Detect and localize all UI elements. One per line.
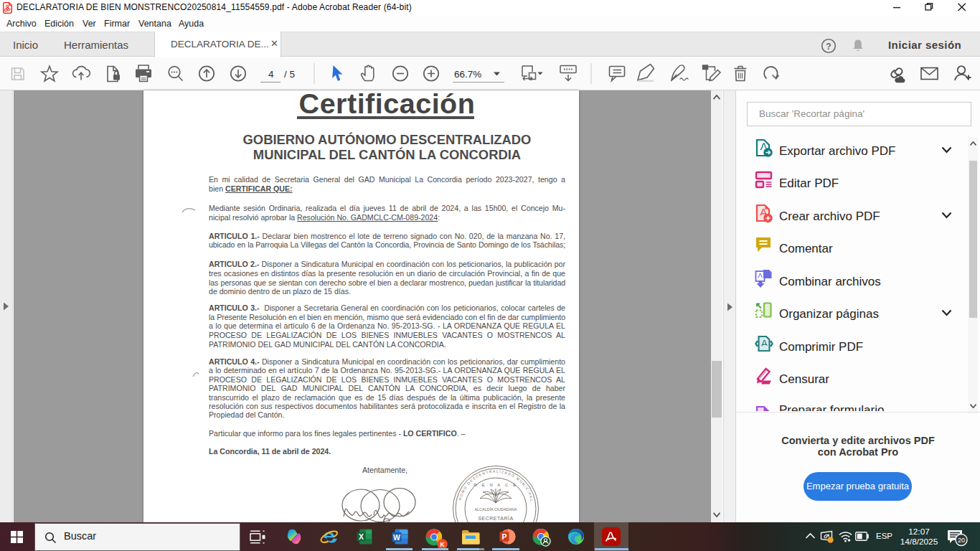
svg-text:W: W	[393, 533, 400, 542]
svg-text:P: P	[501, 532, 507, 541]
svg-text:/ 5: / 5	[284, 69, 295, 80]
svg-text:R E N A C E: R E N A C E	[473, 483, 517, 487]
svg-text:SECRETARÍA: SECRETARÍA	[478, 515, 513, 521]
svg-text:X: X	[359, 532, 364, 541]
svg-text:20: 20	[958, 537, 965, 544]
svg-text:ALCALDÍA CIUDADANA: ALCALDÍA CIUDADANA	[474, 507, 517, 512]
svg-text:66.7%: 66.7%	[454, 69, 481, 80]
svg-text:?: ?	[826, 42, 831, 52]
svg-text:4: 4	[268, 69, 274, 80]
svg-text:K: K	[440, 541, 445, 548]
